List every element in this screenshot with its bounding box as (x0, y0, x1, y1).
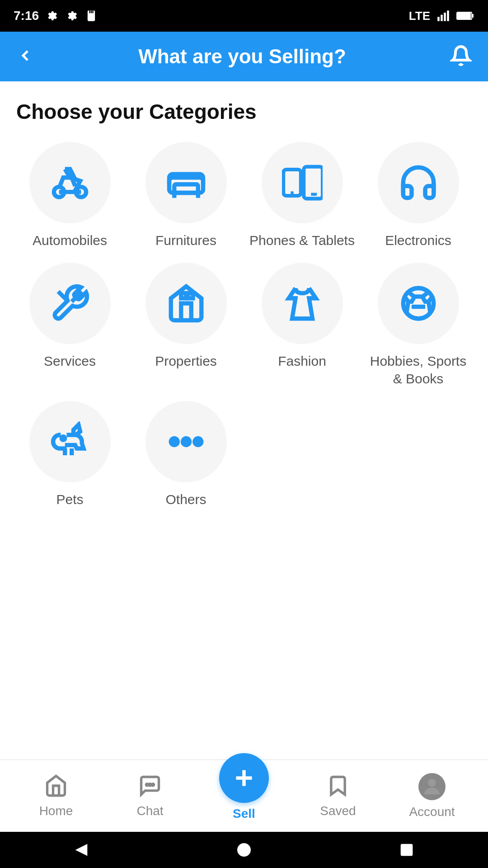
category-circle-services (29, 263, 111, 344)
status-bar: 7:16 LTE (0, 0, 488, 32)
main-content: Choose your Categories Automobiles (0, 81, 488, 796)
svg-rect-24 (188, 293, 192, 298)
android-back-icon (72, 841, 90, 859)
svg-rect-1 (89, 10, 90, 13)
android-recents-icon (398, 841, 416, 859)
svg-point-36 (428, 778, 436, 786)
home-nav-icon (44, 774, 68, 799)
category-circle-phones-tablets (262, 142, 343, 223)
category-automobiles[interactable]: Automobiles (16, 142, 123, 249)
categories-grid: Automobiles Furnitures (16, 142, 472, 508)
svg-point-38 (237, 843, 251, 857)
svg-point-29 (183, 439, 189, 445)
category-pets[interactable]: Pets (16, 401, 123, 508)
svg-point-31 (146, 783, 148, 785)
svg-rect-4 (437, 17, 440, 21)
svg-rect-23 (181, 293, 186, 298)
category-label-hobbies: Hobbies, Sports & Books (365, 352, 472, 387)
nav-sell[interactable]: Sell (197, 771, 291, 821)
category-circle-hobbies (378, 263, 459, 344)
category-circle-electronics (378, 142, 459, 223)
saved-nav-label: Saved (320, 804, 356, 818)
category-furnitures[interactable]: Furnitures (132, 142, 239, 249)
svg-point-28 (171, 439, 178, 445)
home-icon (44, 774, 68, 797)
android-back-button[interactable] (72, 841, 90, 859)
svg-point-33 (152, 783, 154, 785)
category-hobbies[interactable]: Hobbies, Sports & Books (365, 263, 472, 387)
svg-rect-14 (174, 184, 198, 193)
back-arrow-icon (16, 47, 34, 65)
chat-icon (138, 774, 162, 797)
gear-icon-1 (45, 9, 59, 23)
category-label-services: Services (44, 352, 96, 370)
category-circle-pets (29, 401, 111, 482)
android-nav-bar (0, 832, 488, 868)
section-title: Choose your Categories (16, 99, 472, 124)
sell-nav-label: Sell (233, 807, 255, 821)
category-label-properties: Properties (155, 352, 217, 370)
svg-point-32 (149, 783, 151, 785)
wrench-icon (50, 283, 90, 324)
headphones-icon (398, 162, 439, 203)
bottom-nav: Home Chat Sell Saved (0, 760, 488, 832)
svg-rect-7 (447, 10, 449, 21)
svg-point-30 (194, 439, 201, 445)
svg-point-27 (61, 437, 65, 440)
svg-rect-3 (92, 10, 93, 13)
category-properties[interactable]: Properties (132, 263, 239, 387)
notification-button[interactable] (450, 45, 472, 68)
svg-marker-37 (75, 844, 88, 856)
sell-button[interactable] (219, 753, 269, 803)
svg-rect-2 (91, 10, 92, 13)
category-others[interactable]: Others (132, 401, 239, 508)
chat-nav-icon (138, 774, 162, 799)
svg-rect-6 (444, 13, 446, 21)
category-fashion[interactable]: Fashion (249, 263, 356, 387)
category-circle-automobiles (29, 142, 111, 223)
category-services[interactable]: Services (16, 263, 123, 387)
saved-nav-icon (326, 774, 350, 799)
category-label-others: Others (165, 491, 206, 508)
android-recents-button[interactable] (398, 841, 416, 859)
dress-icon (282, 283, 323, 324)
chat-nav-label: Chat (136, 804, 163, 818)
ball-icon (398, 283, 439, 324)
nav-home[interactable]: Home (9, 774, 103, 818)
android-home-button[interactable] (235, 841, 253, 859)
category-label-fashion: Fashion (278, 352, 326, 370)
battery-icon (456, 10, 474, 22)
category-label-phones-tablets: Phones & Tablets (249, 231, 355, 249)
signal-icon (436, 9, 450, 22)
home-nav-label: Home (39, 804, 73, 818)
nav-saved[interactable]: Saved (291, 774, 385, 818)
category-phones-tablets[interactable]: Phones & Tablets (249, 142, 356, 249)
plus-icon (230, 764, 258, 792)
back-button[interactable] (16, 47, 34, 66)
category-label-pets: Pets (56, 491, 83, 508)
nav-account[interactable]: Account (385, 773, 479, 819)
gear-icon-2 (65, 9, 79, 23)
category-label-furnitures: Furnitures (155, 231, 216, 249)
bookmark-icon (326, 774, 350, 797)
house-icon (166, 283, 206, 324)
sofa-icon (166, 162, 206, 203)
android-home-icon (235, 841, 253, 859)
page-title: What are you Selling? (138, 45, 346, 68)
svg-rect-9 (472, 14, 474, 18)
top-bar: What are you Selling? (0, 32, 488, 81)
category-circle-others (145, 401, 227, 482)
phone-tablet-icon (282, 162, 323, 203)
avatar (418, 773, 446, 800)
sd-card-icon (85, 9, 98, 22)
category-label-automobiles: Automobiles (33, 231, 107, 249)
category-electronics[interactable]: Electronics (365, 142, 472, 249)
nav-chat[interactable]: Chat (103, 774, 197, 818)
dog-icon (50, 421, 90, 462)
dots-icon (166, 421, 206, 462)
user-avatar-icon (420, 775, 444, 798)
account-nav-label: Account (409, 805, 455, 819)
category-circle-furnitures (145, 142, 227, 223)
category-label-electronics: Electronics (385, 231, 451, 249)
time: 7:16 (14, 9, 39, 23)
